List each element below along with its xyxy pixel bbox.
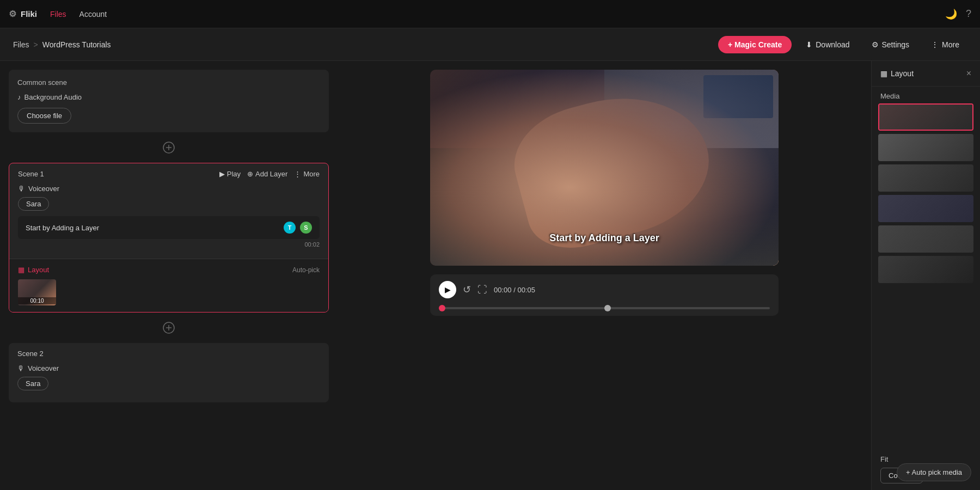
expand-button[interactable]: ⛶: [477, 284, 487, 296]
layout-thumb-time: 00:10: [18, 297, 56, 304]
more-scene-button[interactable]: ⋮ More: [294, 170, 320, 178]
download-icon: ⬇: [806, 40, 812, 49]
sync-icon: S: [300, 222, 312, 234]
scene-1-header: Scene 1 ▶ Play ⊕ Add Layer ⋮ More: [9, 163, 328, 185]
controls-row: ▶ ↺ ⛶ 00:00 / 00:05: [439, 281, 770, 298]
scene-2-title: Scene 2: [17, 350, 320, 358]
magic-create-button[interactable]: + Magic Create: [718, 36, 792, 53]
video-caption: Start by Adding a Layer: [549, 232, 659, 244]
media-grid: [872, 103, 980, 283]
layout-grid-icon: ▦: [18, 266, 24, 274]
right-panel: ▦ Layout × Media: [871, 61, 980, 490]
voiceover-label-2: 🎙 Voiceover: [17, 364, 320, 372]
play-scene-button[interactable]: ▶ Play: [219, 170, 241, 178]
layout-section-1: ▦ Layout Auto-pick 00:10: [9, 259, 328, 312]
play-video-button[interactable]: ▶: [439, 281, 456, 298]
main-layout: Common scene ♪ Background Audio Choose f…: [0, 61, 980, 490]
common-scene-title: Common scene: [17, 78, 320, 87]
settings-button[interactable]: ⚙ Settings: [864, 36, 917, 53]
layout-thumbnail[interactable]: 00:10: [18, 279, 56, 305]
breadcrumb-actions: + Magic Create ⬇ Download ⚙ Settings ⋮ M…: [718, 36, 967, 53]
speaker-button-1[interactable]: Sara: [18, 197, 49, 211]
play-video-icon: ▶: [445, 285, 451, 294]
media-thumb-2[interactable]: [878, 164, 973, 192]
controls-bottom: [439, 303, 770, 309]
help-icon[interactable]: ?: [966, 8, 971, 20]
layout-label: ▦ Layout: [18, 266, 49, 274]
gear-icon: ⚙: [9, 9, 16, 19]
more-button-top[interactable]: ⋮ More: [923, 36, 967, 53]
app-logo: ⚙ Fliki: [9, 9, 37, 19]
nav-account[interactable]: Account: [79, 10, 107, 19]
tts-icon: T: [284, 222, 296, 234]
progress-marker: [604, 305, 611, 311]
microphone-icon: 🎙: [18, 185, 25, 193]
video-controls: ▶ ↺ ⛶ 00:00 / 00:05: [430, 274, 779, 316]
more-scene-icon: ⋮: [294, 170, 301, 178]
choose-file-button[interactable]: Choose file: [17, 108, 71, 124]
layout-panel-title: ▦ Layout: [880, 69, 914, 78]
center-panel: Start by Adding a Layer ▶ ↺ ⛶ 00:00 / 00…: [338, 61, 871, 490]
layout-panel-header: ▦ Layout ×: [872, 61, 980, 87]
text-content-1: Start by Adding a Layer: [26, 224, 99, 232]
app-name: Fliki: [21, 9, 37, 19]
play-icon: ▶: [219, 170, 225, 178]
add-scene-button[interactable]: [9, 139, 329, 156]
media-thumb-1[interactable]: [878, 134, 973, 161]
scene-1-body: 🎙 Voiceover Sara Start by Adding a Layer…: [9, 185, 328, 259]
layout-section-header: ▦ Layout Auto-pick: [18, 266, 320, 274]
close-panel-button[interactable]: ×: [966, 69, 971, 78]
time-display: 00:00 / 00:05: [494, 286, 535, 294]
plus-circle-icon-2: [162, 321, 175, 334]
media-thumb-4[interactable]: [878, 225, 973, 253]
breadcrumb-bar: Files > WordPress Tutorials + Magic Crea…: [0, 28, 980, 61]
auto-pick-media-button[interactable]: + Auto pick media: [897, 463, 971, 481]
background-audio-label: ♪ Background Audio: [17, 93, 320, 101]
media-thumb-3[interactable]: [878, 195, 973, 222]
add-scene-button-2[interactable]: [9, 319, 329, 336]
video-preview: Start by Adding a Layer: [430, 70, 779, 266]
dark-mode-icon[interactable]: 🌙: [945, 8, 957, 20]
breadcrumb-separator: >: [34, 40, 38, 49]
progress-knob[interactable]: [439, 305, 445, 311]
scene-2-body: 🎙 Voiceover Sara: [9, 364, 329, 402]
breadcrumb-files[interactable]: Files: [13, 40, 29, 49]
text-layer-time: 00:02: [18, 241, 320, 248]
left-panel: Common scene ♪ Background Audio Choose f…: [0, 61, 338, 490]
settings-icon: ⚙: [872, 40, 879, 49]
music-icon: ♪: [17, 93, 21, 101]
fit-label: Fit: [880, 455, 971, 463]
text-layer-1[interactable]: Start by Adding a Layer T S: [18, 216, 320, 239]
replay-button[interactable]: ↺: [463, 284, 471, 296]
more-dots-icon: ⋮: [931, 40, 939, 49]
download-button[interactable]: ⬇ Download: [798, 36, 857, 53]
add-layer-icon: ⊕: [247, 170, 253, 178]
common-scene-card: Common scene ♪ Background Audio Choose f…: [9, 70, 329, 132]
add-layer-button[interactable]: ⊕ Add Layer: [247, 170, 287, 178]
breadcrumb-current: WordPress Tutorials: [42, 40, 111, 49]
media-thumb-0[interactable]: [878, 103, 973, 131]
microphone-icon-2: 🎙: [17, 364, 24, 372]
voiceover-label-1: 🎙 Voiceover: [18, 185, 320, 193]
top-nav: ⚙ Fliki Files Account 🌙 ?: [0, 0, 980, 28]
text-layer-icons: T S: [284, 222, 312, 234]
scene-1-card: Scene 1 ▶ Play ⊕ Add Layer ⋮ More: [9, 163, 329, 313]
breadcrumb: Files > WordPress Tutorials: [13, 40, 718, 49]
plus-circle-icon: [162, 141, 175, 154]
scene-2-header: Scene 2: [9, 343, 329, 364]
scene-1-title: Scene 1: [18, 170, 213, 178]
layout-autopick-label: Auto-pick: [292, 266, 320, 274]
nav-files[interactable]: Files: [50, 10, 66, 19]
progress-bar[interactable]: [439, 307, 770, 309]
scene-1-actions: ▶ Play ⊕ Add Layer ⋮ More: [219, 170, 320, 178]
media-label: Media: [872, 87, 980, 103]
scene-2-card: Scene 2 🎙 Voiceover Sara: [9, 343, 329, 402]
layout-panel-icon: ▦: [880, 69, 887, 78]
speaker-button-2[interactable]: Sara: [17, 377, 48, 390]
media-thumb-5[interactable]: [878, 256, 973, 283]
